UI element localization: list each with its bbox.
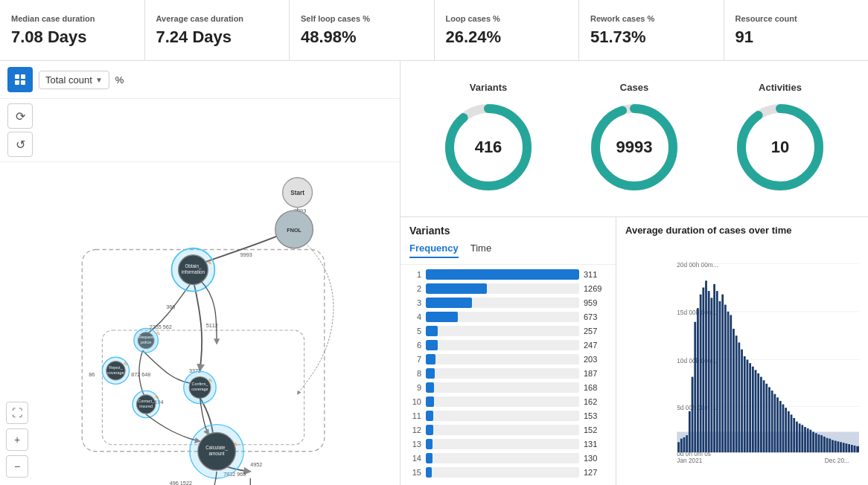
stat-average-label: Average case duration bbox=[156, 14, 278, 23]
variant-bar-container bbox=[426, 283, 579, 294]
svg-rect-121 bbox=[768, 387, 770, 452]
svg-rect-140 bbox=[820, 435, 823, 452]
svg-rect-153 bbox=[856, 446, 859, 452]
variant-count: 959 bbox=[584, 298, 610, 307]
svg-rect-116 bbox=[755, 370, 757, 452]
list-item[interactable]: 8 187 bbox=[406, 368, 610, 379]
svg-text:4952: 4952 bbox=[250, 461, 262, 468]
variant-count: 311 bbox=[584, 270, 610, 279]
svg-text:information: information bbox=[182, 269, 205, 274]
svg-rect-88 bbox=[677, 442, 680, 452]
variant-count: 127 bbox=[584, 468, 610, 477]
variant-bar-container bbox=[426, 439, 579, 449]
variant-bar-container bbox=[426, 340, 579, 350]
svg-text:2255 562: 2255 562 bbox=[150, 324, 172, 330]
list-item[interactable]: 13 131 bbox=[406, 439, 610, 449]
svg-rect-133 bbox=[801, 425, 803, 452]
refresh-button[interactable]: ↺ bbox=[7, 132, 33, 157]
svg-rect-110 bbox=[738, 342, 740, 452]
stat-loop-cases: Loop cases % 26.24% bbox=[435, 0, 580, 60]
variant-bar bbox=[426, 439, 433, 449]
list-item[interactable]: 11 153 bbox=[406, 411, 610, 421]
variant-number: 13 bbox=[406, 440, 421, 449]
svg-rect-95 bbox=[697, 308, 699, 452]
variant-number: 1 bbox=[406, 270, 421, 279]
variant-number: 4 bbox=[406, 312, 421, 321]
list-item[interactable]: 3 959 bbox=[406, 298, 610, 308]
svg-rect-151 bbox=[851, 445, 853, 452]
variants-list: 1 311 2 1269 3 959 4 673 5 257 6 247 bbox=[401, 269, 616, 478]
variant-bar bbox=[426, 269, 579, 280]
svg-rect-104 bbox=[721, 295, 724, 452]
expand-icon: ⛶ bbox=[12, 407, 22, 419]
list-item[interactable]: 5 257 bbox=[406, 326, 610, 336]
svg-text:✎: ✎ bbox=[207, 260, 212, 266]
fullscreen-button[interactable]: ⛶ bbox=[6, 402, 28, 424]
svg-rect-2 bbox=[15, 80, 19, 85]
stat-resource-value: 91 bbox=[735, 28, 858, 47]
list-item[interactable]: 2 1269 bbox=[406, 283, 610, 294]
variant-number: 9 bbox=[406, 383, 421, 392]
variants-donut: 416 bbox=[440, 99, 537, 196]
svg-rect-147 bbox=[840, 442, 842, 452]
svg-rect-98 bbox=[705, 280, 707, 452]
svg-rect-122 bbox=[771, 391, 773, 452]
svg-rect-150 bbox=[848, 444, 850, 452]
svg-rect-103 bbox=[719, 301, 721, 452]
svg-rect-141 bbox=[823, 437, 826, 452]
stat-median-duration: Median case duration 7.08 Days bbox=[0, 0, 145, 60]
process-view-button[interactable] bbox=[7, 67, 33, 92]
list-item[interactable]: 10 162 bbox=[406, 396, 610, 407]
metric-dropdown[interactable]: Total count ▼ bbox=[39, 71, 109, 89]
list-item[interactable]: 14 130 bbox=[406, 453, 610, 463]
tab-time[interactable]: Time bbox=[470, 242, 491, 258]
duration-chart-svg: 20d 00h 00m... 15d 00h 00m... 10d 00h 00… bbox=[625, 242, 859, 478]
variant-bar-container bbox=[426, 269, 579, 280]
zoom-in-button[interactable]: + bbox=[6, 428, 28, 451]
svg-text:FNOL: FNOL bbox=[287, 227, 301, 234]
svg-text:496 1522: 496 1522 bbox=[170, 480, 192, 485]
svg-rect-138 bbox=[815, 433, 817, 452]
svg-text:Reject_: Reject_ bbox=[109, 365, 123, 370]
variant-bar bbox=[426, 312, 458, 322]
variant-bar-container bbox=[426, 326, 579, 336]
svg-rect-152 bbox=[854, 446, 856, 452]
svg-rect-125 bbox=[779, 401, 782, 452]
list-item[interactable]: 12 152 bbox=[406, 425, 610, 435]
svg-rect-105 bbox=[724, 305, 727, 453]
variant-bar bbox=[426, 411, 433, 421]
list-item[interactable]: 1 311 bbox=[406, 269, 610, 280]
stat-rework-label: Rework cases % bbox=[590, 14, 712, 23]
variants-panel: Variants Frequency Time 1 311 2 1269 3 9… bbox=[401, 217, 616, 485]
variant-number: 12 bbox=[406, 425, 421, 434]
minus-icon: − bbox=[14, 460, 20, 472]
variant-bar bbox=[426, 340, 438, 350]
variant-count: 203 bbox=[584, 355, 610, 364]
svg-rect-144 bbox=[832, 440, 834, 453]
variant-bar bbox=[426, 283, 487, 294]
right-panel: Variants 416 Cases 9993 bbox=[401, 61, 868, 485]
cases-value: 9993 bbox=[616, 138, 653, 157]
svg-rect-128 bbox=[788, 411, 790, 452]
grid-icon bbox=[14, 74, 26, 86]
filter-button[interactable]: ⟳ bbox=[7, 103, 33, 129]
variant-bar bbox=[426, 354, 435, 364]
list-item[interactable]: 4 673 bbox=[406, 312, 610, 322]
list-item[interactable]: 9 168 bbox=[406, 382, 610, 393]
variant-bar bbox=[426, 368, 435, 379]
variant-count: 131 bbox=[584, 440, 610, 449]
tab-frequency[interactable]: Frequency bbox=[409, 242, 459, 258]
variant-number: 14 bbox=[406, 454, 421, 463]
list-item[interactable]: 6 247 bbox=[406, 340, 610, 350]
zoom-out-button[interactable]: − bbox=[6, 455, 28, 478]
svg-text:amount: amount bbox=[209, 451, 225, 456]
cases-donut: 9993 bbox=[586, 99, 683, 196]
variant-count: 130 bbox=[584, 454, 610, 463]
list-item[interactable]: 15 127 bbox=[406, 467, 610, 478]
percent-label: % bbox=[115, 74, 124, 86]
variant-bar bbox=[426, 453, 433, 463]
list-item[interactable]: 7 203 bbox=[406, 354, 610, 364]
process-map: 9993 9993 366 5112 872 648 86 3372 1194 … bbox=[0, 162, 400, 485]
svg-rect-89 bbox=[680, 439, 683, 452]
svg-rect-3 bbox=[21, 80, 25, 85]
